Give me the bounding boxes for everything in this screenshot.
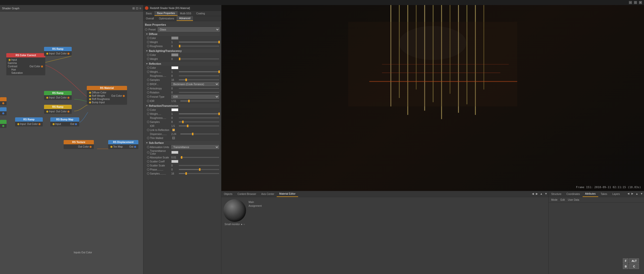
rs-group-subsurface-header[interactable]: ▼ Sub-Surface [145, 141, 220, 145]
node-partial-1[interactable] [0, 97, 7, 105]
rs-refr-color-radio[interactable] [147, 109, 149, 111]
rs-fresnel-select[interactable]: IOR [171, 95, 219, 99]
rs-thinwalled-checkbox[interactable]: □ [172, 137, 175, 139]
rs-scatter-coeff-swatch[interactable] [171, 160, 178, 163]
rs-ss-absscale-track[interactable] [180, 157, 219, 158]
me-ball-btn1[interactable]: ● [241, 223, 243, 226]
attr-mode-btn[interactable]: Mode [550, 198, 558, 201]
rs-refl-ior-slider[interactable]: 1.51 [171, 100, 219, 102]
rs-refr-samples-track[interactable] [179, 121, 219, 122]
rs-dispersion-track[interactable] [180, 133, 219, 134]
rs-refl-roughness-slider[interactable]: 0 [171, 75, 219, 77]
rs-tab-multi-sss[interactable]: Multi-SSS [178, 11, 194, 16]
rs-ss-attunits-radio[interactable] [147, 146, 149, 148]
tab-layers[interactable]: Layers [610, 191, 622, 197]
attr-nav-up[interactable]: ▲ [634, 191, 639, 197]
minimize-button[interactable]: ─ [629, 1, 632, 4]
rs-preset-select[interactable]: Glass [158, 27, 220, 32]
rs-ss-samples-radio[interactable] [147, 172, 149, 175]
node-rs-ramp-1[interactable]: RS Ramp Input Out Color [44, 47, 72, 56]
tab-attributes[interactable]: Attributes [583, 191, 598, 197]
rs-panel-content[interactable]: Base Properties Preset Glass [143, 21, 221, 274]
rs-refl-samples-thumb[interactable] [185, 79, 187, 81]
rs-refr-color-swatch[interactable] [171, 108, 178, 111]
rs-refl-aniso-track[interactable] [179, 88, 219, 89]
rs-refl-weight-slider[interactable]: 1 [171, 71, 219, 73]
rs-refr-ior-thumb[interactable] [187, 125, 188, 127]
rs-refl-rotation-track[interactable] [179, 92, 219, 93]
rs-refr-samples-slider[interactable]: 8 [171, 121, 219, 123]
tab-nav-down[interactable]: ▼ [544, 191, 548, 197]
rs-refr-weight-radio[interactable] [147, 113, 149, 115]
maximize-button[interactable]: □ [634, 1, 637, 4]
rs-ss-phase-radio[interactable] [147, 168, 149, 171]
rs-diffuse-weight-radio[interactable] [147, 41, 149, 43]
rs-bl-color-radio[interactable] [147, 54, 149, 56]
rs-refl-roughness-track[interactable] [179, 75, 219, 76]
rs-refl-samples-track[interactable] [179, 79, 219, 80]
render-canvas-area[interactable]: Frame 151: 2018-09-11 02:11:15 (18.83s) [221, 5, 644, 191]
rs-refr-samples-radio[interactable] [147, 121, 149, 123]
rs-refl-ior-thumb[interactable] [188, 100, 190, 102]
rs-ss-samples-thumb[interactable] [185, 172, 187, 175]
tab-nav-up[interactable]: ▲ [539, 191, 544, 197]
sg-icon-add[interactable]: ⊡ [136, 7, 138, 10]
rs-ss-absscale-radio[interactable] [147, 156, 149, 159]
rs-bl-weight-slider[interactable]: 0 [171, 58, 219, 60]
node-partial-3[interactable] [0, 120, 7, 128]
rs-dispersion-thumb[interactable] [192, 133, 193, 135]
rs-group-refraction-header[interactable]: ▼ Refraction/Transmission [145, 104, 220, 108]
rs-link-checkbox[interactable]: ✓ [172, 129, 175, 131]
rs-attunits-select[interactable]: Transmittance [171, 145, 219, 149]
rs-diffuse-color-swatch[interactable] [171, 37, 178, 40]
rs-ss-scatter-coeff-radio[interactable] [147, 160, 149, 163]
tab-nav-left[interactable]: ◀ [531, 191, 535, 197]
rs-ss-scatter-scale-track[interactable] [179, 165, 219, 166]
tab-takes[interactable]: Takes [598, 191, 610, 197]
rs-diffuse-weight-track[interactable] [179, 42, 219, 43]
tab-structure[interactable]: Structure [549, 191, 564, 197]
sg-icon-menu[interactable]: ≡ [139, 7, 141, 10]
rs-diffuse-weight-slider[interactable]: 1 [171, 41, 219, 44]
rs-refl-ior-track[interactable] [180, 100, 219, 101]
rs-refl-rotation-radio[interactable] [147, 91, 149, 94]
rs-refl-samples-slider[interactable]: 16 [171, 79, 219, 81]
rs-refl-ior-radio[interactable] [147, 100, 149, 102]
attr-nav-down[interactable]: ▼ [639, 191, 644, 197]
rs-refl-color-swatch[interactable] [171, 66, 178, 69]
rs-tab-coating[interactable]: Coating [194, 11, 207, 16]
rs-group-backlighting-header[interactable]: ▼ Back-lighting/Translucency [145, 49, 220, 53]
me-ball-btn2[interactable]: ○ [244, 223, 245, 226]
rs-ss-phase-thumb[interactable] [199, 168, 200, 171]
tab-axis-center[interactable]: Axis Center [259, 191, 277, 197]
rs-refr-samples-thumb[interactable] [182, 121, 184, 123]
rs-tab-overall[interactable]: Overall [143, 16, 156, 21]
rs-dispersion-slider[interactable]: 2.24 [171, 133, 219, 135]
rs-diffuse-roughness-slider[interactable]: 0 [171, 45, 219, 48]
rs-refr-weight-track[interactable] [179, 113, 219, 114]
node-rs-material[interactable]: RS Material Diffuse Color Refl Weight Ou… [87, 86, 127, 105]
tab-material-editor[interactable]: Material Editor [277, 191, 298, 197]
rs-group-reflection-header[interactable]: ▼ Reflection [145, 62, 220, 66]
rs-ss-phase-track[interactable] [179, 169, 219, 170]
node-rs-texture[interactable]: RS Texture Out Color [64, 140, 94, 149]
rs-bl-weight-thumb[interactable] [179, 58, 180, 60]
rs-ss-samples-slider[interactable]: 16 [171, 172, 219, 175]
attr-userdata-btn[interactable]: User Data [567, 198, 580, 201]
rs-bl-weight-track[interactable] [179, 58, 219, 59]
node-rs-ramp-2[interactable]: RS Ramp Input Out Color [44, 91, 72, 100]
node-rs-ramp-3[interactable]: RS Ramp Input Out Color [44, 105, 72, 114]
attr-nav-right[interactable]: ▶ [630, 191, 634, 197]
rs-tab-base-properties[interactable]: Base Properties [154, 11, 177, 16]
rs-refr-ior-track[interactable] [179, 125, 219, 126]
rs-refl-rotation-slider[interactable]: 0 [171, 91, 219, 94]
attr-nav-left[interactable]: ◀ [626, 191, 630, 197]
rs-refr-roughness-track[interactable] [179, 117, 219, 118]
rs-refl-fresnel-radio[interactable] [147, 95, 149, 98]
rs-refl-weight-track[interactable] [179, 71, 219, 72]
node-rs-displacement[interactable]: RS Displacement Tex Map Out [108, 140, 138, 149]
rs-diffuse-roughness-track[interactable] [179, 46, 219, 47]
rs-bl-color-swatch[interactable] [171, 53, 178, 56]
rs-refl-aniso-slider[interactable]: 0 [171, 87, 219, 90]
rs-refl-aniso-radio[interactable] [147, 87, 149, 90]
